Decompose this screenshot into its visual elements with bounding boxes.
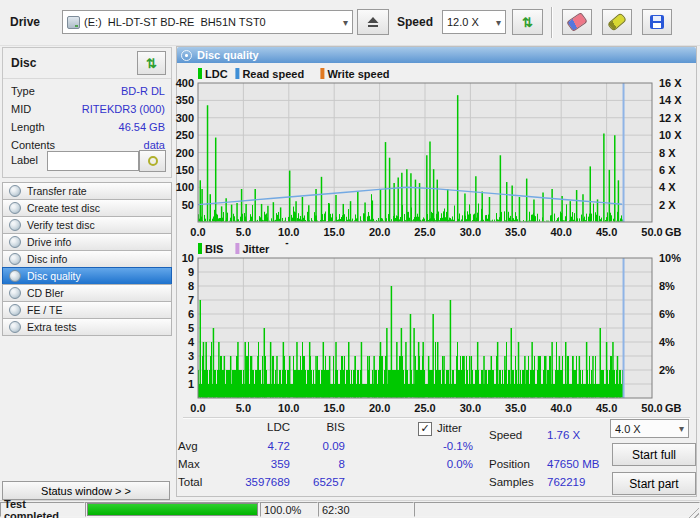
test-speed-select-value: 4.0 X [615, 423, 641, 435]
stats-header-ldc: LDC [212, 421, 290, 433]
svg-text:0.0: 0.0 [190, 226, 205, 238]
speed-stat-label: Speed [489, 429, 544, 441]
svg-text:8: 8 [188, 280, 194, 292]
svg-text:9: 9 [188, 266, 194, 278]
drive-icon [67, 16, 80, 29]
disc-row-value: 46.54 GB [119, 121, 165, 133]
sidebar-item-drive-info[interactable]: Drive info [2, 233, 172, 251]
stats-total-ldc: 3597689 [212, 476, 290, 488]
svg-text:14 X: 14 X [659, 94, 682, 106]
disc-icon [9, 236, 21, 248]
sidebar-item-label: Extra tests [27, 321, 77, 333]
write-label-button[interactable] [139, 150, 166, 172]
svg-text:6 X: 6 X [659, 164, 676, 176]
svg-text:5.0: 5.0 [236, 226, 251, 238]
svg-text:40.0: 40.0 [550, 402, 571, 414]
svg-text:Read speed: Read speed [242, 68, 304, 80]
test-speed-select[interactable]: 4.0 X ▾ [610, 419, 689, 438]
sidebar-item-verify-test-disc[interactable]: Verify test disc [2, 216, 172, 234]
sidebar-item-label: CD Bler [27, 287, 64, 299]
jitter-checkbox-label: Jitter [437, 422, 462, 434]
svg-text:150: 150 [176, 164, 194, 176]
sidebar-item-fe-te[interactable]: FE / TE [2, 301, 172, 319]
disc-row-label: Type [11, 85, 35, 97]
erase-disc-button[interactable] [562, 9, 592, 35]
svg-text:15.0: 15.0 [323, 226, 344, 238]
disc-icon [9, 185, 21, 197]
save-button[interactable] [642, 9, 672, 35]
statusbar-filler [414, 502, 700, 517]
start-full-button[interactable]: Start full [612, 443, 696, 466]
svg-text:6: 6 [188, 308, 194, 320]
disc-panel-header: Disc ⇅ [3, 48, 171, 79]
sidebar-item-transfer-rate[interactable]: Transfer rate [2, 182, 172, 200]
svg-text:20.0: 20.0 [369, 226, 390, 238]
disc-row-value: RITEKDR3 (000) [82, 103, 165, 115]
label-input[interactable] [47, 151, 139, 171]
disc-row-mid: MID RITEKDR3 (000) [11, 103, 165, 115]
panel-title-bar: Disc quality [177, 47, 696, 63]
svg-text:5.0: 5.0 [236, 402, 251, 414]
status-bar: Test completed 100.0% 62:30 [0, 500, 700, 518]
sidebar-item-disc-quality[interactable]: Disc quality [2, 267, 172, 285]
svg-text:400: 400 [176, 77, 194, 89]
sidebar-item-disc-info[interactable]: Disc info [2, 250, 172, 268]
sidebar-item-cd-bler[interactable]: CD Bler [2, 284, 172, 302]
speed-label: Speed [397, 15, 433, 29]
sidebar-item-label: FE / TE [27, 304, 62, 316]
eject-button[interactable] [357, 9, 389, 35]
svg-text:15.0: 15.0 [323, 402, 344, 414]
elapsed-time: 62:30 [322, 504, 350, 516]
chevron-down-icon: ▾ [496, 17, 501, 28]
disc-refresh-button[interactable]: ⇅ [137, 51, 166, 75]
sidebar-item-create-test-disc[interactable]: Create test disc [2, 199, 172, 217]
chevron-down-icon: ▾ [343, 17, 348, 28]
stats-header-bis: BIS [302, 421, 345, 433]
stats-avg-bis: 0.09 [302, 440, 345, 452]
disc-row-type: Type BD-R DL [11, 85, 165, 97]
disc-icon [9, 202, 21, 214]
svg-text:16 X: 16 X [659, 77, 682, 89]
disc-icon [181, 50, 192, 61]
options-button[interactable] [602, 9, 632, 35]
disc-row-length: Length 46.54 GB [11, 121, 165, 133]
speed-select[interactable]: 12.0 X ▾ [442, 10, 506, 34]
disc-row-label: Contents [11, 139, 55, 151]
disc-icon [9, 321, 21, 333]
toolbar: Drive (E:) HL-DT-ST BD-RE BH51N TST0 ▾ S… [0, 0, 700, 46]
svg-text:10%: 10% [659, 252, 681, 264]
svg-text:2%: 2% [659, 364, 675, 376]
progress-percent: 100.0% [264, 504, 301, 516]
svg-text:30.0: 30.0 [460, 402, 481, 414]
svg-text:8%: 8% [659, 280, 675, 292]
sidebar-item-extra-tests[interactable]: Extra tests [2, 318, 172, 336]
svg-text:40.0: 40.0 [550, 226, 571, 238]
svg-text:7: 7 [188, 294, 194, 306]
sidebar-item-label: Disc quality [27, 270, 81, 282]
disc-row-value: BD-R DL [121, 85, 165, 97]
disc-info-panel: Disc ⇅ Type BD-R DL MID RITEKDR3 (000) L… [2, 47, 172, 178]
stats-max-ldc: 359 [212, 458, 290, 470]
disc-icon [9, 304, 21, 316]
panel-title: Disc quality [197, 49, 259, 61]
drive-select-value: (E:) HL-DT-ST BD-RE BH51N TST0 [84, 16, 266, 28]
jitter-checkbox[interactable]: ✓ [418, 422, 432, 436]
toolbar-separator [551, 7, 553, 38]
svg-text:35.0: 35.0 [505, 226, 526, 238]
ldc-chart: 4003503002502001501005016 X14 X12 X10 X8… [175, 65, 698, 240]
refresh-button[interactable]: ⇅ [512, 9, 543, 35]
start-part-button[interactable]: Start part [612, 472, 696, 495]
samples-stat-label: Samples [489, 476, 544, 488]
eject-icon [366, 16, 380, 28]
sidebar-item-label: Transfer rate [27, 185, 87, 197]
eraser-icon [566, 12, 588, 32]
svg-text:2 X: 2 X [659, 199, 676, 211]
sidebar-menu: Transfer rate Create test disc Verify te… [2, 183, 172, 336]
progress-bar [87, 503, 258, 516]
svg-text:350: 350 [176, 94, 194, 106]
drive-select[interactable]: (E:) HL-DT-ST BD-RE BH51N TST0 ▾ [62, 10, 353, 34]
progress-percent-section: 100.0% [260, 502, 318, 517]
status-text: Test completed [4, 498, 81, 518]
stats-max-jitter: 0.0% [420, 458, 473, 470]
sidebar-item-label: Disc info [27, 253, 67, 265]
